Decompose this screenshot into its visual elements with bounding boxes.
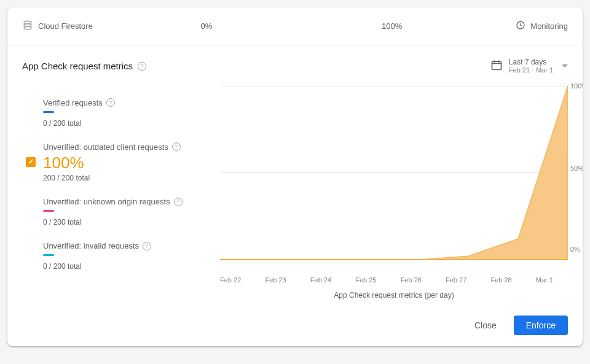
help-icon[interactable]: ? (106, 98, 115, 107)
chart: 100% 50% 0% Feb 22Feb 23Feb 24Feb 25Feb … (220, 86, 568, 300)
legend-title: Unverified: unknown origin requests? (43, 197, 213, 206)
chevron-down-icon (562, 64, 568, 68)
legend-checkbox[interactable] (26, 157, 36, 167)
clock-icon (516, 20, 525, 32)
firestore-icon (22, 20, 33, 33)
legend-title: Verified requests? (43, 98, 213, 107)
legend-item[interactable]: Unverified: outdated client requests?100… (22, 135, 213, 190)
legend-title: Unverified: invalid requests? (43, 241, 213, 250)
legend-count: 200 / 200 total (43, 174, 213, 182)
xtick: Feb 27 (446, 276, 466, 284)
legend-item[interactable]: Unverified: invalid requests?0 / 200 tot… (22, 234, 213, 278)
product-name: Cloud Firestore (38, 21, 93, 31)
close-button[interactable]: Close (462, 316, 509, 335)
date-range-sub: Feb 21 - Mar 1 (509, 66, 553, 74)
legend-item[interactable]: Verified requests?0 / 200 total (22, 91, 213, 135)
legend-count: 0 / 200 total (43, 262, 213, 271)
footer: Close Enforce (7, 307, 583, 346)
section-title-text: App Check request metrics (22, 61, 133, 71)
legend-swatch (43, 254, 54, 256)
xtick: Feb 28 (490, 276, 511, 284)
help-icon[interactable]: ? (174, 198, 183, 206)
monitoring-label: Monitoring (530, 21, 568, 31)
svg-point-2 (24, 26, 31, 29)
xtick: Mar 1 (536, 276, 553, 284)
xtick: Feb 22 (220, 276, 241, 284)
legend-count: 0 / 200 total (43, 119, 213, 128)
legend-count: 0 / 200 total (43, 218, 213, 227)
help-icon[interactable]: ? (138, 62, 146, 71)
topbar: Cloud Firestore 0% 100% Monitoring (7, 7, 583, 45)
calendar-icon (490, 59, 503, 74)
section-header: App Check request metrics ? Last 7 days … (7, 45, 583, 75)
content: Verified requests?0 / 200 totalUnverifie… (7, 75, 583, 307)
chart-caption: App Check request metrics (per day) (220, 291, 568, 300)
xtick: Feb 25 (355, 276, 376, 284)
ytick-0: 0% (570, 246, 580, 253)
legend-swatch (43, 210, 54, 212)
date-range-text: Last 7 days Feb 21 - Mar 1 (509, 58, 553, 75)
product-label: Cloud Firestore (22, 20, 145, 33)
topbar-stat-a: 0% (145, 21, 268, 31)
xtick: Feb 26 (401, 276, 422, 284)
xtick: Feb 23 (265, 276, 286, 284)
section-title: App Check request metrics ? (22, 61, 146, 71)
svg-rect-4 (492, 61, 501, 69)
legend-item[interactable]: Unverified: unknown origin requests?0 / … (22, 190, 213, 234)
chart-plot: 100% 50% 0% Feb 22Feb 23Feb 24Feb 25Feb … (220, 86, 568, 270)
legend-percent: 100% (43, 154, 213, 172)
ytick-50: 50% (570, 165, 583, 172)
enforce-button[interactable]: Enforce (514, 316, 568, 335)
legend-title: Unverified: outdated client requests? (43, 142, 213, 152)
date-range-label: Last 7 days (509, 58, 553, 66)
chart-svg (220, 86, 568, 260)
legend-swatch (43, 111, 54, 113)
legend: Verified requests?0 / 200 totalUnverifie… (22, 86, 213, 300)
help-icon[interactable]: ? (172, 142, 181, 151)
topbar-stat-b: 100% (268, 21, 516, 31)
date-range-picker[interactable]: Last 7 days Feb 21 - Mar 1 (490, 58, 568, 75)
help-icon[interactable]: ? (143, 242, 151, 250)
xlabels: Feb 22Feb 23Feb 24Feb 25Feb 26Feb 27Feb … (220, 276, 553, 284)
app-check-card: Cloud Firestore 0% 100% Monitoring App C… (7, 7, 583, 346)
xtick: Feb 24 (310, 276, 331, 284)
ytick-100: 100% (570, 82, 583, 90)
monitoring-link[interactable]: Monitoring (516, 20, 568, 32)
